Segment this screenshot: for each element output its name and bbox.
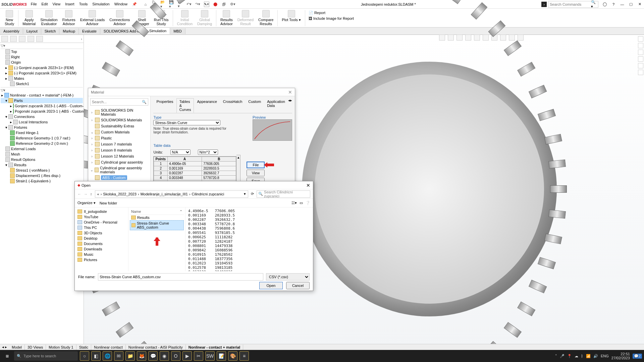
sidebar-item-desktop[interactable]: Desktop: [77, 236, 125, 241]
cortana-icon[interactable]: ○: [80, 351, 89, 361]
tab-layout[interactable]: Layout: [23, 28, 41, 34]
taskbar-clock[interactable]: 22:5127/02/2023: [611, 352, 630, 360]
tray-wifi-icon[interactable]: 📶: [586, 354, 591, 358]
filename-input[interactable]: [98, 273, 263, 281]
settings-icon[interactable]: ⚙▾: [230, 2, 235, 7]
fm-tab-dim-icon[interactable]: [28, 36, 34, 42]
report-button[interactable]: 📄 Report: [309, 11, 354, 15]
material-dialog-close-icon[interactable]: ✕: [288, 89, 292, 95]
fm-tab-props-icon[interactable]: [10, 36, 17, 42]
open-button[interactable]: Open: [259, 282, 283, 289]
material-tree-item[interactable]: ›SOLIDWORKS DIN Materials: [90, 108, 148, 117]
rebuild-icon[interactable]: ⬤: [213, 2, 218, 7]
tp-appear-icon[interactable]: [638, 56, 643, 62]
taskbar-search[interactable]: 🔍 Type here to search: [14, 351, 78, 361]
material-search-input[interactable]: [92, 100, 142, 104]
col-name[interactable]: Name: [131, 209, 141, 214]
filter-icon-2[interactable]: ▽▾: [1, 88, 83, 93]
vt-appear-icon[interactable]: [509, 35, 515, 41]
component-node[interactable]: ▸(-) Gonjeni zupcanik 2023<1> (FEM): [1, 65, 83, 70]
sidebar-item-music[interactable]: Music: [77, 252, 125, 257]
material-tree-item[interactable]: ›Plastic: [90, 135, 148, 141]
study-tab[interactable]: Static: [76, 345, 92, 350]
ribbon-fixtures[interactable]: FixturesAdvisor: [60, 9, 77, 26]
include-image-button[interactable]: 🖼 Include Image for Report: [309, 16, 354, 20]
parts-node[interactable]: ▾Parts: [1, 98, 83, 103]
mail-icon[interactable]: ✉: [114, 351, 123, 361]
notes-icon[interactable]: 📝: [217, 351, 226, 361]
fixture-child[interactable]: Fixed Hinge-1: [1, 130, 83, 135]
local-interactions-node[interactable]: ▸Local Interactions: [1, 119, 83, 125]
study-node[interactable]: ▸Nonlinear - contact + material* (-FEM-): [1, 93, 83, 98]
tab-assembly[interactable]: Assembly: [0, 28, 23, 34]
taskview-icon[interactable]: ◧: [91, 351, 101, 361]
file-search[interactable]: 🔍 Search Cilindricni zupcanici: [257, 190, 310, 198]
tray-volume-icon[interactable]: 🔊: [593, 354, 598, 358]
redo-icon[interactable]: ↷▾: [195, 2, 201, 7]
preview-pane-icon[interactable]: ▭: [300, 201, 303, 205]
refresh-icon[interactable]: ⟳: [251, 192, 254, 196]
material-search[interactable]: 🔍: [90, 98, 148, 106]
unit-a-select[interactable]: N/A: [170, 149, 191, 155]
material-tree-item[interactable]: ⌄Custom Materials: [90, 129, 148, 135]
mates-node[interactable]: ▸Mates: [1, 76, 83, 81]
tray-bt-icon[interactable]: ᛒ: [581, 354, 583, 358]
plane-right[interactable]: Right: [1, 54, 83, 60]
snip-icon[interactable]: ✂: [194, 351, 203, 361]
nav-back-icon[interactable]: ←: [77, 192, 81, 196]
search-commands[interactable]: 🔍▾: [548, 1, 598, 8]
fixtures-node[interactable]: ▾Fixtures: [1, 125, 83, 130]
sidebar-item-onedrive-personal[interactable]: OneDrive - Personal: [77, 220, 125, 225]
chrome-icon[interactable]: ◉: [160, 351, 169, 361]
tray-lang[interactable]: ENG: [601, 354, 609, 358]
tp-design-icon[interactable]: [638, 43, 643, 48]
menu-insert[interactable]: Insert: [65, 2, 74, 6]
sim-part-node[interactable]: ▸Gonjeni zupcanik 2023-1 (-ABS - Custom-…: [1, 103, 83, 109]
crumb[interactable]: Modeliranje_i_simulacije_III1: [141, 192, 188, 196]
results-node[interactable]: ▾Results: [1, 162, 83, 168]
mesh-node[interactable]: Mesh: [1, 152, 83, 157]
menu-tools[interactable]: Tools: [79, 2, 88, 6]
material-tree-item[interactable]: ABS - Custom: [90, 175, 148, 181]
result-plot[interactable]: Displacement1 (-Res disp-): [1, 173, 83, 178]
view-mode-icon[interactable]: ☷▾: [291, 201, 297, 205]
file-row[interactable]: Results: [130, 215, 184, 220]
vt-scene-icon[interactable]: [483, 35, 489, 41]
notifications-icon[interactable]: 💬2: [633, 354, 642, 359]
sidebar-item-this-pc[interactable]: This PC: [77, 225, 125, 230]
material-tree-item[interactable]: ›Lesson 7 materials: [90, 141, 148, 147]
material-tree-item[interactable]: ›Cylindrical gear assembly: [90, 159, 148, 165]
tab-markup[interactable]: Markup: [59, 28, 79, 34]
crumb[interactable]: Cilindricni zupcanici: [192, 192, 224, 196]
result-plot[interactable]: Stress1 (-vonMises-): [1, 168, 83, 173]
study-tab[interactable]: Nonlinear contact - AISI Plasticity: [126, 345, 186, 350]
material-tab-crosshatch[interactable]: CrossHatch: [220, 98, 245, 113]
table-row[interactable]: 14.4906e-0577606.005: [154, 162, 236, 166]
external-loads-node[interactable]: External Loads: [1, 146, 83, 152]
menu-edit[interactable]: Edit: [42, 2, 48, 6]
tp-home-icon[interactable]: [638, 36, 643, 42]
minimize-icon[interactable]: —: [619, 1, 625, 7]
unit-b-select[interactable]: N/m^2: [198, 149, 218, 155]
tp-custom-icon[interactable]: [638, 63, 643, 68]
open-icon[interactable]: 📂▾: [160, 2, 166, 7]
component-node[interactable]: ▸(-) Pogonski zupcanik 2023<1> (FEM): [1, 70, 83, 76]
material-tab-tables-curves[interactable]: Tables & Curves: [176, 98, 194, 113]
tp-prop-icon[interactable]: [638, 50, 643, 55]
fm-expand-icon[interactable]: ›: [81, 37, 82, 41]
sketch-node[interactable]: Sketch1: [1, 81, 83, 86]
vt-render-icon[interactable]: [518, 35, 524, 41]
search-commands-input[interactable]: [550, 2, 591, 6]
material-tree-item[interactable]: Sustainability Extras: [90, 123, 148, 129]
menu-pin-icon[interactable]: 📌: [132, 2, 137, 6]
fm-tab-display-icon[interactable]: [36, 36, 43, 42]
file-row[interactable]: Stress-Strain Curve ABS_custom: [130, 220, 184, 230]
sidebar-item-youtube[interactable]: YouTube: [77, 214, 125, 220]
material-tab-appearance[interactable]: Appearance: [194, 98, 220, 113]
viber-icon[interactable]: 💬: [148, 351, 158, 361]
tab-sketch[interactable]: Sketch: [41, 28, 60, 34]
media-icon[interactable]: ▶: [182, 351, 192, 361]
tab-mbd[interactable]: MBD: [170, 28, 185, 34]
menu-file[interactable]: File: [31, 2, 37, 6]
vt-rotate-icon[interactable]: [457, 35, 463, 41]
